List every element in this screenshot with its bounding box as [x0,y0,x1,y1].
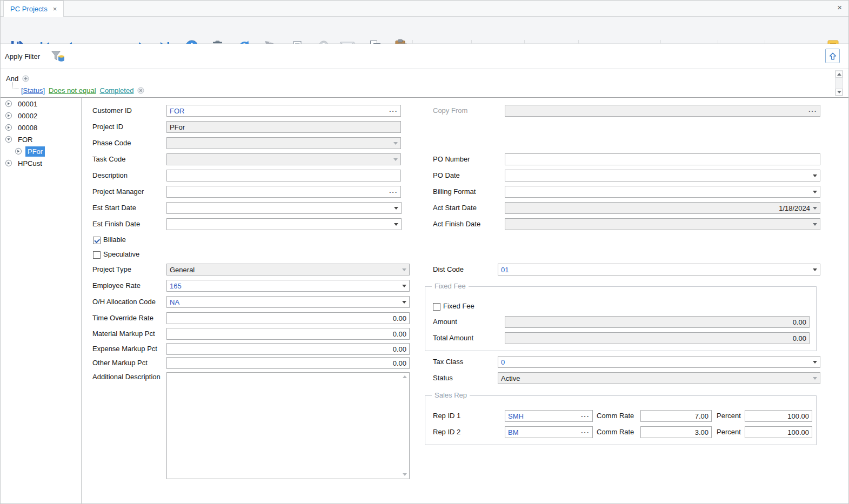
comm-rate-1-field[interactable]: 7.00 [640,410,712,422]
tree-item-for[interactable]: FOR [1,133,81,145]
collapse-filter-panel-button[interactable] [825,49,840,63]
phase-code-dropdown-icon[interactable] [393,142,398,145]
copy-from-lookup-button[interactable]: ··· [808,107,817,115]
employee-rate-field[interactable]: 165 [166,280,410,292]
amount-field[interactable]: 0.00 [505,316,810,328]
total-amount-field[interactable]: 0.00 [505,332,810,344]
material-markup-pct-field[interactable]: 0.00 [166,328,410,340]
customer-id-lookup-button[interactable]: ··· [389,107,398,115]
po-date-field[interactable] [505,170,820,182]
textarea-scroll-down-icon[interactable] [403,473,407,476]
tree-item-pfor[interactable]: PFor [1,145,81,157]
percent-1-field[interactable]: 100.00 [745,410,812,422]
scroll-up-button[interactable] [835,71,843,78]
est-start-date-dropdown-icon[interactable] [394,207,398,210]
billable-checkbox[interactable] [93,237,101,244]
tax-class-field[interactable]: 0 [498,356,820,368]
other-markup-pct-field[interactable]: 0.00 [166,357,410,369]
scroll-down-button[interactable] [835,89,843,96]
time-override-rate-field[interactable]: 0.00 [166,312,410,324]
billable-label: Billable [103,234,126,246]
speculative-label: Speculative [103,248,139,260]
apply-filter-bar: Apply Filter [1,44,848,69]
dist-code-field[interactable]: 01 [498,264,820,275]
dist-code-dropdown-icon[interactable] [813,268,817,271]
speculative-checkbox[interactable] [93,251,101,259]
rep-id-1-field[interactable]: SMH ··· [505,410,593,422]
billing-format-field[interactable] [505,186,820,198]
project-manager-lookup-button[interactable]: ··· [389,189,398,196]
billing-format-dropdown-icon[interactable] [813,191,817,193]
apply-filter-button[interactable]: Apply Filter [5,44,40,69]
act-start-date-dropdown-icon[interactable] [813,207,817,210]
copy-from-label: Copy From [433,105,467,117]
triangle-down-icon [837,91,841,93]
expense-markup-pct-field[interactable]: 0.00 [166,343,410,355]
percent-2-field[interactable]: 100.00 [745,426,812,438]
project-type-field[interactable]: General [166,264,410,275]
task-code-label: Task Code [92,153,125,165]
po-date-dropdown-icon[interactable] [813,174,817,177]
tab-close-icon[interactable]: × [53,5,57,12]
copy-from-field[interactable]: ··· [505,105,820,117]
window-close-icon[interactable]: × [837,3,842,11]
phase-code-label: Phase Code [92,137,131,149]
filter-value-link[interactable]: Completed [100,86,134,95]
status-dropdown-icon[interactable] [813,377,817,380]
rep-id-2-lookup-button[interactable]: ··· [581,429,590,436]
fixed-fee-group-title: Fixed Fee [432,282,469,291]
est-finish-date-field[interactable] [166,218,402,230]
textarea-scroll-up-icon[interactable] [403,375,407,378]
time-override-rate-value: 0.00 [393,314,406,322]
tree-item-00008[interactable]: 00008 [1,122,81,133]
project-manager-field[interactable]: ··· [166,186,401,198]
tax-class-dropdown-icon[interactable] [813,361,817,364]
filter-group-operator[interactable]: And [6,75,18,83]
dist-code-value: 01 [501,266,509,274]
add-condition-icon[interactable] [22,75,29,82]
description-field[interactable] [166,170,401,182]
customer-id-field[interactable]: FOR ··· [166,105,401,117]
act-finish-date-field[interactable] [505,218,820,230]
rep-id-1-lookup-button[interactable]: ··· [581,413,590,420]
act-start-date-field[interactable]: 1/18/2024 [505,202,820,214]
comm-rate-1-label: Comm Rate [597,410,634,422]
est-finish-date-dropdown-icon[interactable] [394,223,398,226]
rep-id-2-label: Rep ID 2 [433,426,460,438]
tree-item-00002[interactable]: 00002 [1,110,81,122]
project-type-dropdown-icon[interactable] [402,268,406,271]
expense-markup-pct-value: 0.00 [393,345,406,353]
filter-field-link[interactable]: [Status] [21,86,45,95]
est-start-date-field[interactable] [166,202,402,214]
additional-description-textarea[interactable] [166,372,410,479]
project-id-field[interactable]: PFor [166,121,401,133]
rep-id-2-field[interactable]: BM ··· [505,426,593,438]
est-finish-date-label: Est Finish Date [92,218,140,230]
remove-condition-icon[interactable] [137,87,144,94]
phase-code-field[interactable] [166,137,401,149]
task-code-field[interactable] [166,153,401,165]
tree-item-00001[interactable]: 00001 [1,98,81,110]
oh-allocation-code-field[interactable]: NA [166,296,410,308]
tab-pc-projects[interactable]: PC Projects × [3,1,64,17]
percent-2-value: 100.00 [787,428,809,436]
filter-scrollbar[interactable] [835,70,843,96]
pc-projects-window: PC Projects × × [0,0,849,504]
arrow-up-icon [828,52,837,61]
filter-funnel-icon[interactable] [50,49,65,65]
oh-allocation-code-dropdown-icon[interactable] [402,301,406,304]
status-field[interactable]: Active [498,372,820,384]
tax-class-value: 0 [501,358,505,366]
description-label: Description [92,170,128,182]
tree-item-hpcust[interactable]: HPCust [1,157,81,169]
po-number-field[interactable] [505,153,820,165]
dist-code-label: Dist Code [433,264,464,275]
comm-rate-2-field[interactable]: 3.00 [640,426,712,438]
filter-operator-link[interactable]: Does not equal [49,86,96,95]
oh-allocation-code-value: NA [170,298,179,306]
task-code-dropdown-icon[interactable] [393,158,398,161]
fixed-fee-checkbox[interactable] [433,303,440,311]
employee-rate-dropdown-icon[interactable] [402,285,406,287]
act-finish-date-dropdown-icon[interactable] [813,223,817,226]
additional-description-label: Additional Description [92,371,161,383]
